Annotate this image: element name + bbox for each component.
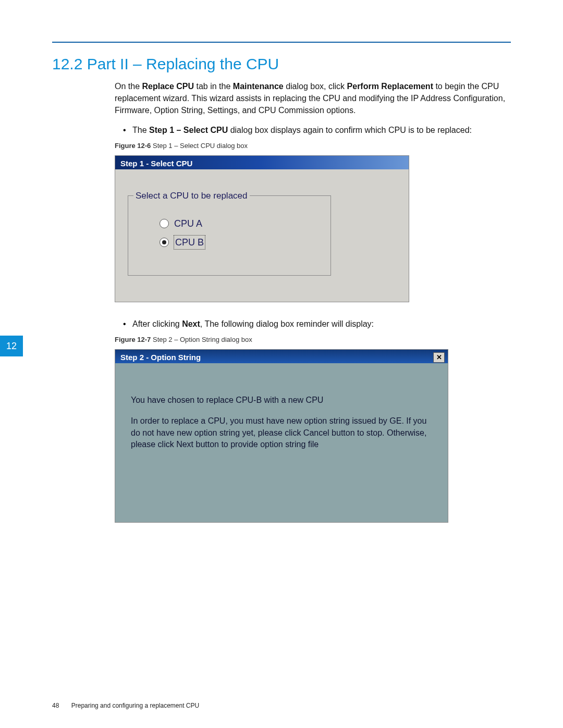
bold-step1: Step 1 – Select CPU [149,126,228,134]
intro-paragraph: On the Replace CPU tab in the Maintenanc… [115,80,511,117]
figure-label: Figure 12-6 [115,142,151,150]
figure-text: Step 2 – Option String dialog box [151,336,252,343]
dialog2-line2: In order to replace a CPU, you must have… [131,415,432,450]
dialog1-body: Select a CPU to be replaced CPU A CPU B [115,169,409,302]
radio-cpu-a[interactable]: CPU A [160,217,315,230]
figure-label: Figure 12-7 [115,336,151,343]
bullet-item-2: After clicking Next, The following dialo… [122,318,511,330]
page: 12.2 Part II – Replacing the CPU On the … [0,0,563,728]
text: dialog box, click [284,82,347,91]
text: On the [115,82,142,91]
fieldset-select-cpu: Select a CPU to be replaced CPU A CPU B [128,195,331,276]
bold-next: Next [182,319,200,328]
text: The [132,126,149,134]
dialog2-title: Step 2 - Option String [120,352,201,363]
chapter-tab: 12 [0,336,23,356]
text: tab in the [194,82,233,91]
dialog-select-cpu: Step 1 - Select CPU Select a CPU to be r… [115,155,409,302]
radio-cpu-b[interactable]: CPU B [160,236,315,249]
bullet-item-1: The Step 1 – Select CPU dialog box displ… [122,124,511,136]
footer: 48 Preparing and configuring a replaceme… [52,702,199,709]
text: , The following dialog box reminder will… [200,319,374,328]
close-icon: ✕ [436,354,442,361]
figure-caption-1: Figure 12-6 Step 1 – Select CPU dialog b… [115,141,511,151]
dialog2-titlebar: Step 2 - Option String ✕ [115,350,448,363]
top-rule [52,42,511,43]
text: After clicking [132,319,182,328]
page-number: 48 [52,702,59,709]
dialog-option-string: Step 2 - Option String ✕ You have chosen… [115,349,448,523]
figure-caption-2: Figure 12-7 Step 2 – Option String dialo… [115,335,511,345]
radio-icon-selected [160,238,169,247]
close-button[interactable]: ✕ [433,352,445,363]
bold-replace-cpu: Replace CPU [142,82,194,91]
dialog1-titlebar: Step 1 - Select CPU [115,156,409,169]
radio-label-cpu-b: CPU B [174,236,205,249]
body-content: On the Replace CPU tab in the Maintenanc… [115,80,511,523]
fieldset-legend: Select a CPU to be replaced [133,190,250,203]
dialog2-line1: You have chosen to replace CPU-B with a … [131,394,432,406]
section-heading: 12.2 Part II – Replacing the CPU [52,55,511,73]
bullet-list-2: After clicking Next, The following dialo… [122,318,511,330]
bold-maintenance: Maintenance [233,82,284,91]
dialog2-body: You have chosen to replace CPU-B with a … [115,363,448,523]
bullet-list: The Step 1 – Select CPU dialog box displ… [122,124,511,136]
figure-text: Step 1 – Select CPU dialog box [151,142,248,150]
radio-label-cpu-a: CPU A [174,217,202,230]
radio-icon [160,219,169,228]
bold-perform-replacement: Perform Replacement [347,82,433,91]
text: dialog box displays again to confirm whi… [228,126,472,134]
running-title: Preparing and configuring a replacement … [71,702,199,709]
